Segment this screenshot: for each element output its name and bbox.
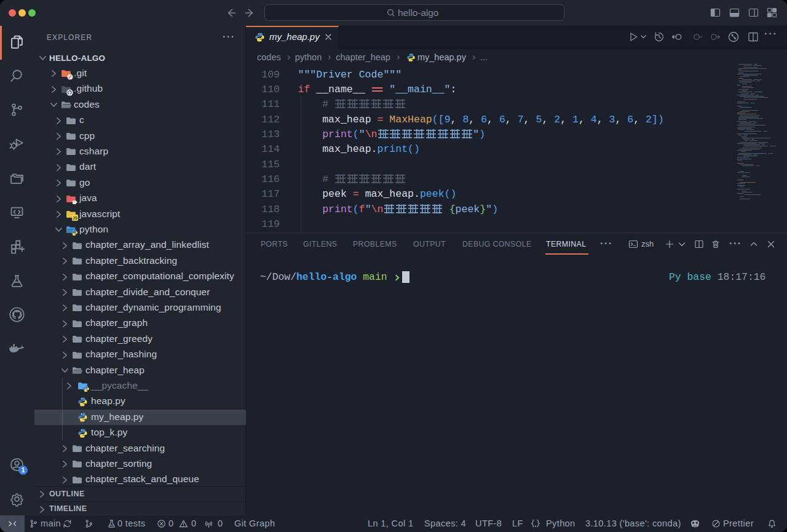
svg-text:JS: JS bbox=[73, 216, 78, 220]
